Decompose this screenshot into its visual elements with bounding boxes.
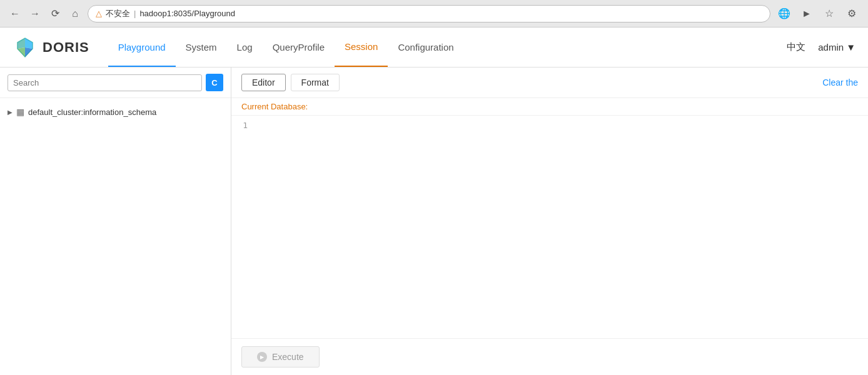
dropdown-arrow-icon: ▼ xyxy=(846,42,855,52)
separator: | xyxy=(134,9,136,18)
home-button[interactable]: ⌂ xyxy=(68,6,83,21)
security-warning-icon: △ xyxy=(96,9,102,18)
user-label: admin xyxy=(818,42,844,52)
table-icon: ▦ xyxy=(16,107,24,117)
editor-area: 1 xyxy=(231,116,868,338)
extensions-button[interactable]: ⚙ xyxy=(843,5,860,22)
header-right: 中文 admin ▼ xyxy=(787,41,855,53)
browser-actions: 🌐 ► ☆ ⚙ xyxy=(775,5,860,22)
app-header: DORIS Playground System Log QueryProfile… xyxy=(0,28,868,68)
sidebar: C ▶ ▦ default_cluster:information_schema xyxy=(0,68,231,375)
nav-system[interactable]: System xyxy=(176,28,227,67)
line-number-1: 1 xyxy=(236,121,248,130)
translate-button[interactable]: 🌐 xyxy=(775,5,793,22)
nav-session[interactable]: Session xyxy=(335,28,388,67)
line-numbers: 1 xyxy=(231,116,250,338)
execute-area: ▶ Execute xyxy=(231,338,868,375)
svg-marker-4 xyxy=(25,48,33,57)
current-db-label: Current Database: xyxy=(241,102,308,111)
execute-button[interactable]: ▶ Execute xyxy=(241,346,320,368)
search-input[interactable] xyxy=(8,74,202,91)
lang-switch[interactable]: 中文 xyxy=(787,41,805,53)
nav-queryprofile[interactable]: QueryProfile xyxy=(263,28,335,67)
address-bar[interactable]: △ 不安全 | hadoop1:8035/Playground xyxy=(88,5,770,22)
sidebar-tree: ▶ ▦ default_cluster:information_schema xyxy=(0,98,231,375)
reload-button[interactable]: ⟳ xyxy=(48,6,63,21)
send-button[interactable]: ► xyxy=(798,5,815,22)
warning-text: 不安全 xyxy=(106,8,130,19)
current-db-bar: Current Database: xyxy=(231,98,868,116)
editor-tab-button[interactable]: Editor xyxy=(241,74,286,91)
forward-button[interactable]: → xyxy=(28,6,43,21)
format-tab-button[interactable]: Format xyxy=(291,74,340,91)
logo-text: DORIS xyxy=(43,39,89,56)
search-icon: C xyxy=(211,78,217,88)
tree-item-default-cluster[interactable]: ▶ ▦ default_cluster:information_schema xyxy=(0,103,231,121)
clear-button[interactable]: Clear the xyxy=(822,78,858,88)
nav-menu: Playground System Log QueryProfile Sessi… xyxy=(108,28,787,67)
nav-log[interactable]: Log xyxy=(227,28,263,67)
search-button[interactable]: C xyxy=(206,74,223,91)
bookmark-button[interactable]: ☆ xyxy=(820,5,838,22)
svg-marker-3 xyxy=(18,48,25,57)
url-text: hadoop1:8035/Playground xyxy=(139,9,235,18)
nav-configuration[interactable]: Configuration xyxy=(388,28,463,67)
content-area: Editor Format Clear the Current Database… xyxy=(231,68,868,375)
user-menu[interactable]: admin ▼ xyxy=(818,42,855,52)
svg-marker-1 xyxy=(18,38,25,49)
browser-chrome: ← → ⟳ ⌂ △ 不安全 | hadoop1:8035/Playground … xyxy=(0,0,868,28)
main-layout: C ▶ ▦ default_cluster:information_schema… xyxy=(0,68,868,375)
search-area: C xyxy=(0,68,231,98)
svg-marker-2 xyxy=(25,38,33,49)
back-button[interactable]: ← xyxy=(8,6,23,21)
doris-logo-icon xyxy=(13,35,38,60)
logo-area: DORIS xyxy=(13,35,89,60)
play-icon: ▶ xyxy=(257,352,267,362)
nav-playground[interactable]: Playground xyxy=(108,28,176,67)
execute-label: Execute xyxy=(272,352,304,362)
editor-toolbar: Editor Format Clear the xyxy=(231,68,868,98)
tree-item-label: default_cluster:information_schema xyxy=(28,108,156,117)
tree-arrow-icon: ▶ xyxy=(8,109,13,116)
code-editor[interactable] xyxy=(250,116,868,338)
